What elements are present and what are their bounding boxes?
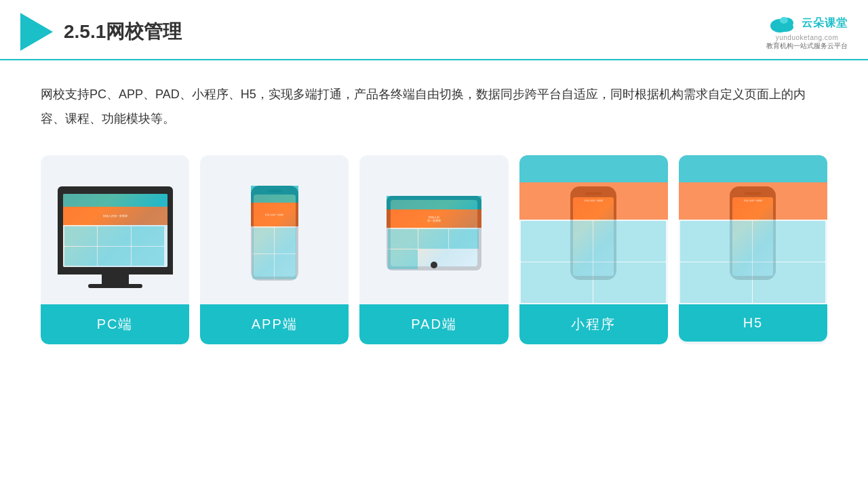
logo-name: 云朵课堂 <box>802 16 848 30</box>
card-mini-label: 小程序 <box>519 304 668 344</box>
company-logo: 云朵课堂 yunduoketang.com 教育机构一站式服务云平台 <box>766 12 848 51</box>
h5-phone: 职场人的第一堂网课 <box>730 186 776 280</box>
card-pad-label: PAD端 <box>359 304 508 344</box>
miniprogram-phone: 职场人的第一堂网课 <box>570 186 616 280</box>
card-mini-image: 职场人的第一堂网课 <box>519 155 668 304</box>
pc-monitor: 职场人的第一堂网课 <box>58 186 173 274</box>
app-phone-mockup: 职场人的第一堂网课 <box>251 186 298 281</box>
tablet-mockup: 职场人的第一堂网课 <box>387 196 481 270</box>
logo-cloud-row: 云朵课堂 <box>766 12 848 34</box>
page-header: 2.5.1网校管理 云朵课堂 yunduoketang.com 教育机构一站式服… <box>0 0 868 60</box>
platform-cards: 职场人的第一堂网课 <box>0 142 868 365</box>
card-h5: 职场人的第一堂网课 H5 <box>679 155 827 344</box>
card-app-image: 职场人的第一堂网课 <box>200 155 349 304</box>
pc-screen: 职场人的第一堂网课 <box>63 194 167 267</box>
card-app-label: APP端 <box>200 304 349 344</box>
page-title-text: 2.5.1网校管理 <box>64 21 182 42</box>
pc-stand <box>102 274 129 284</box>
card-pc-label: PC端 <box>41 304 189 344</box>
header-left: 2.5.1网校管理 <box>20 13 182 51</box>
tablet-screen: 职场人的第一堂网课 <box>391 200 477 266</box>
mini-phone-screen: 职场人的第一堂网课 <box>573 197 614 276</box>
h5-phone-screen: 职场人的第一堂网课 <box>732 197 773 276</box>
svg-point-3 <box>777 22 793 32</box>
svg-point-4 <box>780 17 788 24</box>
card-app: 职场人的第一堂网课 APP端 <box>200 155 349 344</box>
description-text: 网校支持PC、APP、PAD、小程序、H5，实现多端打通，产品各终端自由切换，数… <box>0 60 868 142</box>
card-pc: 职场人的第一堂网课 <box>41 155 189 344</box>
app-phone-screen: 职场人的第一堂网课 <box>254 195 296 277</box>
card-miniprogram: 职场人的第一堂网课 小程序 <box>519 155 668 344</box>
description-paragraph: 网校支持PC、APP、PAD、小程序、H5，实现多端打通，产品各终端自由切换，数… <box>41 82 827 131</box>
cloud-icon <box>766 12 799 34</box>
tablet-home-button <box>431 262 437 268</box>
card-pad: 职场人的第一堂网课 PAD端 <box>359 155 508 344</box>
pc-mockup-wrapper: 职场人的第一堂网课 <box>58 186 173 287</box>
card-h5-label: H5 <box>679 304 827 342</box>
card-h5-image: 职场人的第一堂网课 <box>679 155 827 304</box>
card-pad-image: 职场人的第一堂网课 <box>359 155 508 304</box>
logo-url: yunduoketang.com <box>776 34 839 41</box>
page-title: 2.5.1网校管理 <box>64 19 182 45</box>
pc-base <box>88 284 142 288</box>
brand-triangle-icon <box>20 13 53 51</box>
card-pc-image: 职场人的第一堂网课 <box>41 155 189 304</box>
logo-slogan: 教育机构一站式服务云平台 <box>766 41 848 51</box>
